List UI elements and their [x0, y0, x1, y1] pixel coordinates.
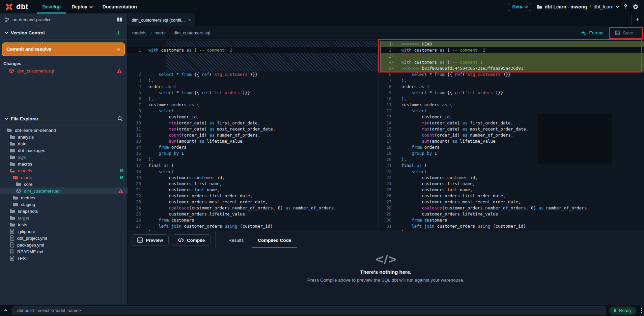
breadcrumb-file[interactable]: dim_customers.sql	[173, 30, 210, 35]
code-line[interactable]: 21 customers.last_name,	[128, 187, 379, 193]
code-line[interactable]: 5 select * from {{ ref('fct_orders')}}	[128, 90, 379, 96]
code-line[interactable]: 10 min(order_date) as first_order_date,	[128, 120, 379, 126]
code-line[interactable]: 25 customer_orders.lifetime_value	[128, 211, 379, 217]
project-selector[interactable]: dbt Learn - mwong / dbt_learn	[537, 4, 619, 9]
code-line[interactable]: 31 left join customer_orders using (cust…	[381, 223, 644, 229]
code-line[interactable]: 9 customer_id,	[128, 114, 379, 120]
tree-item-target[interactable]: target	[0, 214, 128, 221]
file-explorer-header[interactable]: File Explorer	[0, 112, 128, 125]
code-line[interactable]: 23 customer_orders.most_recent_order_dat…	[128, 199, 379, 205]
kebab-menu-icon[interactable]	[641, 308, 642, 313]
code-line[interactable]: 23 customers.customer_id,	[381, 175, 644, 181]
code-line[interactable]: 16),	[128, 156, 379, 163]
code-line[interactable]: 3+=======	[381, 53, 644, 59]
code-line[interactable]: 26 from customers	[128, 217, 379, 223]
code-line[interactable]: 22 customer_orders.first_order_date,	[128, 193, 379, 199]
format-button[interactable]: Format	[581, 30, 604, 36]
code-line[interactable]: 4+with customers as ( -- comment 1	[381, 59, 644, 65]
code-line[interactable]: 25 customers.last_name,	[381, 187, 644, 193]
tree-item-analysis[interactable]: analysis	[0, 134, 128, 140]
code-line[interactable]: 2 with customers as ( -- comment 2	[381, 47, 644, 53]
save-button[interactable]: Save	[612, 29, 636, 37]
nav-documentation[interactable]: Documentation	[97, 0, 142, 13]
changed-file-row[interactable]: dim_customers.sql	[0, 67, 128, 75]
tree-item-dbt-packages[interactable]: dbt_packages	[0, 147, 128, 154]
code-line[interactable]: 7customer_orders as (	[128, 102, 379, 108]
code-line[interactable]: 30 from customers	[381, 217, 644, 223]
dbt-logo[interactable]: dbt	[0, 0, 37, 13]
code-line[interactable]: 27 customer_orders.most_recent_order_dat…	[381, 199, 644, 205]
search-icon[interactable]	[117, 116, 123, 121]
close-tab-icon[interactable]: ×	[188, 17, 191, 23]
code-line[interactable]: 19 customers.customer_id,	[128, 175, 379, 181]
preview-button[interactable]: Preview	[132, 234, 169, 246]
code-line[interactable]: 2 select * from {{ ref('stg_customers')}…	[128, 71, 379, 78]
code-line[interactable]: 20 customers.first_name,	[128, 181, 379, 187]
code-line[interactable]: 24 customers.first_name,	[381, 181, 644, 187]
code-line[interactable]: 26 customer_orders.first_order_date,	[381, 193, 644, 199]
code-line[interactable]: 5+>>>>>>> b81f802a66fd544504c65721e3ffaa…	[381, 65, 644, 71]
tree-item-data[interactable]: data	[0, 140, 128, 147]
nav-deploy[interactable]: Deploy	[66, 0, 97, 13]
editor-tab[interactable]: dim_customers.sql (confli... ×	[128, 13, 195, 26]
tab-results[interactable]: Results	[227, 231, 245, 249]
tree-item--gitignore[interactable]: .gitignore	[0, 228, 128, 235]
gear-icon[interactable]	[633, 4, 639, 10]
code-line[interactable]: 12 count(order_id) as number_of_orders,	[128, 132, 379, 138]
command-input[interactable]	[12, 306, 606, 315]
code-line[interactable]: 24 coalesce(customer_orders.number_of_or…	[128, 205, 379, 211]
code-line[interactable]: 28 coalesce(customer_orders.number_of_or…	[381, 205, 644, 211]
commit-and-resolve-button[interactable]: Commit and resolve	[2, 42, 125, 56]
code-line[interactable]: 4orders as (	[128, 84, 379, 90]
code-line[interactable]: 13 sum(amount) as lifetime_value	[128, 138, 379, 144]
tree-item-tests[interactable]: tests	[0, 221, 128, 228]
code-line[interactable]: 8 select	[128, 108, 379, 114]
code-line[interactable]: 17final as (	[128, 163, 379, 169]
tree-item-dim-customers-sql[interactable]: dim_customers.sql	[0, 188, 128, 194]
code-line[interactable]: 6 select * from {{ ref('stg_customers')}…	[381, 71, 644, 78]
code-line[interactable]: 27 left join customer_orders using (cust…	[128, 223, 379, 229]
version-control-header[interactable]: Version Control 1	[0, 26, 127, 40]
tab-compiled-code[interactable]: Compiled Code	[256, 231, 292, 249]
code-line[interactable]: 10 ),	[381, 96, 644, 102]
tree-item-models[interactable]: modelsM	[0, 167, 128, 174]
book-icon[interactable]	[117, 17, 122, 22]
tree-item-test[interactable]: TEST	[0, 255, 128, 262]
code-line[interactable]: 11 customer_orders as (	[381, 102, 644, 108]
expand-panel-button[interactable]	[0, 309, 12, 312]
tree-item-staging[interactable]: staging	[0, 201, 128, 208]
tree-item-dbt-learn-on-demand[interactable]: dbt-learn-on-demand	[0, 127, 128, 134]
code-line[interactable]: 12 select	[381, 108, 644, 114]
code-line[interactable]: 11 max(order_date) as most_recent_order_…	[128, 126, 379, 132]
code-line[interactable]: 9 select * from {{ ref('fct_orders')}}	[381, 90, 644, 96]
code-line[interactable]: 1with customers as ( -- comment 2	[128, 47, 379, 53]
nav-develop[interactable]: Develop	[37, 0, 66, 13]
code-line[interactable]: 8 orders as (	[381, 84, 644, 90]
code-line[interactable]: 1+<<<<<<< HEAD	[381, 41, 644, 47]
code-line[interactable]: 6),	[128, 96, 379, 102]
commit-options-dropdown[interactable]	[112, 43, 124, 56]
tree-item-macros[interactable]: macros	[0, 161, 128, 167]
branch-row[interactable]: on-demand-practice	[0, 13, 127, 26]
compile-button[interactable]: Compile	[172, 234, 211, 246]
new-tab-button[interactable]: +	[636, 17, 644, 24]
tree-item-readme-md[interactable]: README.md	[0, 248, 128, 255]
tree-item-packages-yml[interactable]: packages.yml	[0, 241, 128, 248]
code-line[interactable]: 3),	[128, 78, 379, 84]
help-icon[interactable]: ?	[624, 4, 627, 10]
code-line[interactable]: 15 group by 1	[128, 150, 379, 156]
code-line[interactable]: 18 select	[128, 169, 379, 175]
tree-item-logs[interactable]: logs	[0, 154, 128, 161]
code-line[interactable]: 22 select	[381, 169, 644, 175]
tree-item-snapshots[interactable]: snapshots	[0, 208, 128, 214]
code-line[interactable]: 29 customer_orders.lifetime_value	[381, 211, 644, 217]
tree-item-marts[interactable]: martsM	[0, 174, 128, 181]
breadcrumb-marts[interactable]: marts	[155, 30, 166, 35]
breadcrumb-models[interactable]: models	[132, 30, 146, 35]
beta-dropdown[interactable]: Beta	[508, 3, 531, 11]
code-line[interactable]: 7 ),	[381, 78, 644, 84]
tree-item-dbt-project-yml[interactable]: dbt_project.yml	[0, 235, 128, 241]
tree-item-core[interactable]: core	[0, 181, 128, 188]
tree-item-metrics[interactable]: metrics	[0, 194, 128, 201]
code-line[interactable]: 14 from orders	[128, 144, 379, 150]
